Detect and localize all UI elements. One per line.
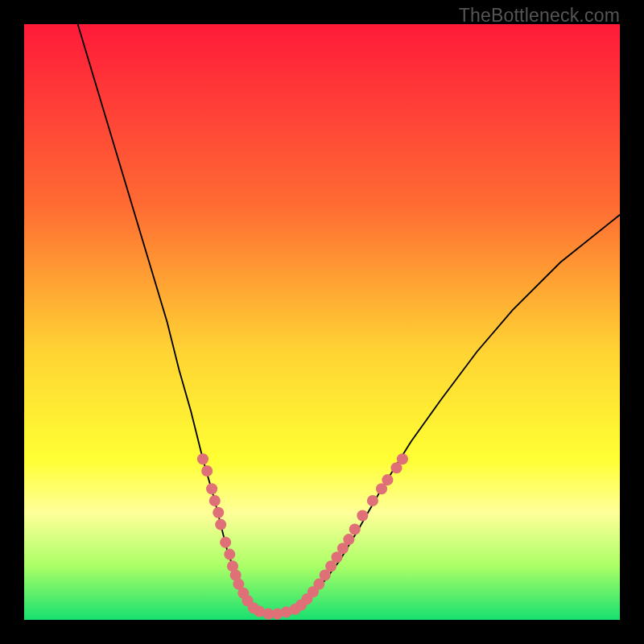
data-dot xyxy=(397,453,408,464)
data-dot xyxy=(201,465,213,477)
data-dot xyxy=(349,523,361,535)
data-dots-left xyxy=(197,453,292,619)
data-dot xyxy=(209,495,221,506)
data-dot xyxy=(213,507,224,518)
bottleneck-curve xyxy=(78,24,620,614)
watermark-text: TheBottleneck.com xyxy=(459,5,620,27)
data-dots-right xyxy=(290,453,408,615)
data-dot xyxy=(220,537,231,548)
data-dot xyxy=(224,549,235,560)
data-dot xyxy=(206,483,217,494)
chart-svg xyxy=(24,24,620,620)
data-dot xyxy=(215,519,226,530)
data-dot xyxy=(382,474,393,485)
chart-frame: TheBottleneck.com xyxy=(0,0,644,644)
data-dot xyxy=(197,453,208,464)
plot-area xyxy=(24,24,620,620)
data-dot xyxy=(357,510,368,521)
data-dot xyxy=(343,534,354,545)
data-dot xyxy=(367,495,378,506)
